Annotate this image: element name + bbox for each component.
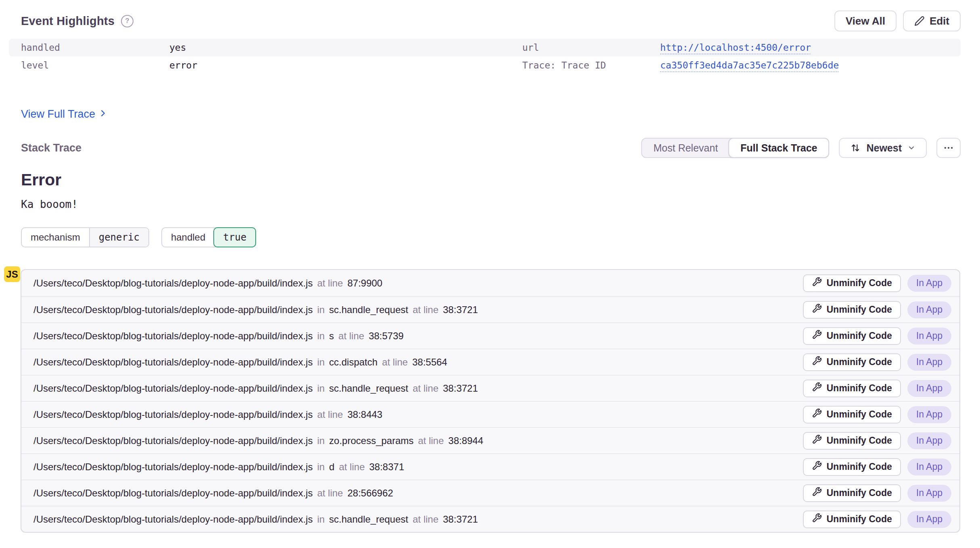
frame-at-line-label: at line <box>418 435 444 446</box>
frame-line-number: 38:8371 <box>369 461 404 473</box>
in-app-badge: In App <box>907 432 951 449</box>
frame-file-path: /Users/teco/Desktop/blog-tutorials/deplo… <box>33 330 313 342</box>
tag-key: mechanism <box>22 228 89 247</box>
tab-full-stack-trace[interactable]: Full Stack Trace <box>728 138 829 158</box>
unminify-code-button[interactable]: Unminify Code <box>803 511 901 528</box>
sort-arrows-icon <box>850 143 861 153</box>
wrench-icon <box>812 408 822 421</box>
event-highlights-grid: handled yes url http://localhost:4500/er… <box>9 39 961 74</box>
frame-in-label: in <box>317 383 325 394</box>
frame-file-path: /Users/teco/Desktop/blog-tutorials/deplo… <box>33 304 313 316</box>
frame-function-name: sc.handle_request <box>329 514 408 525</box>
unminify-code-button[interactable]: Unminify Code <box>803 274 901 292</box>
frame-at-line-label: at line <box>339 461 365 473</box>
stack-frame-row[interactable]: /Users/teco/Desktop/blog-tutorials/deplo… <box>21 506 959 532</box>
unminify-code-button[interactable]: Unminify Code <box>803 432 901 450</box>
frame-in-label: in <box>317 357 325 368</box>
wrench-icon <box>812 277 822 289</box>
frame-line-number: 38:5739 <box>369 330 404 342</box>
stack-frame-row[interactable]: /Users/teco/Desktop/blog-tutorials/deplo… <box>21 480 959 506</box>
stack-frame-row[interactable]: /Users/teco/Desktop/blog-tutorials/deplo… <box>21 401 959 427</box>
frame-in-label: in <box>317 514 325 525</box>
in-app-badge: In App <box>907 511 951 528</box>
stack-trace-header: Stack Trace Most Relevant Full Stack Tra… <box>21 137 961 158</box>
frame-in-label: in <box>317 330 325 342</box>
wrench-icon <box>812 461 822 473</box>
unminify-code-button[interactable]: Unminify Code <box>803 406 901 423</box>
wrench-icon <box>812 303 822 316</box>
stack-frame-row[interactable]: /Users/teco/Desktop/blog-tutorials/deplo… <box>21 270 959 296</box>
stack-frame-row[interactable]: /Users/teco/Desktop/blog-tutorials/deplo… <box>21 349 959 375</box>
frame-file-path: /Users/teco/Desktop/blog-tutorials/deplo… <box>33 461 313 473</box>
frame-file-path: /Users/teco/Desktop/blog-tutorials/deplo… <box>33 357 313 368</box>
stack-frame-row[interactable]: /Users/teco/Desktop/blog-tutorials/deplo… <box>21 427 959 453</box>
wrench-icon <box>812 487 822 499</box>
unminify-label: Unminify Code <box>826 304 892 315</box>
tab-most-relevant[interactable]: Most Relevant <box>642 139 729 157</box>
tag-key: handled <box>162 228 214 247</box>
unminify-code-button[interactable]: Unminify Code <box>803 380 901 397</box>
error-type: Error <box>21 170 980 189</box>
stack-frame-row[interactable]: /Users/teco/Desktop/blog-tutorials/deplo… <box>21 453 959 480</box>
url-link[interactable]: http://localhost:4500/error <box>660 42 811 53</box>
frame-file-path: /Users/teco/Desktop/blog-tutorials/deplo… <box>33 409 313 420</box>
section-title-stack-trace: Stack Trace <box>21 142 81 154</box>
sort-button[interactable]: Newest <box>839 138 927 158</box>
wrench-icon <box>812 513 822 525</box>
in-app-badge: In App <box>907 459 951 475</box>
help-icon[interactable]: ? <box>121 15 133 27</box>
wrench-icon <box>812 356 822 368</box>
wrench-icon <box>812 382 822 394</box>
frame-at-line-label: at line <box>413 383 438 394</box>
edit-button[interactable]: Edit <box>903 10 961 31</box>
frame-line-number: 38:3721 <box>443 304 478 316</box>
ellipsis-icon <box>943 142 954 154</box>
unminify-label: Unminify Code <box>826 514 892 525</box>
unminify-code-button[interactable]: Unminify Code <box>803 458 901 476</box>
in-app-badge: In App <box>907 354 951 371</box>
stack-frame-row[interactable]: /Users/teco/Desktop/blog-tutorials/deplo… <box>21 322 959 349</box>
frame-in-label: in <box>317 461 325 473</box>
in-app-badge: In App <box>907 485 951 502</box>
stack-frame-row[interactable]: /Users/teco/Desktop/blog-tutorials/deplo… <box>21 375 959 401</box>
unminify-code-button[interactable]: Unminify Code <box>803 327 901 345</box>
tag-mechanism[interactable]: mechanism generic <box>21 227 149 247</box>
highlight-key-url: url <box>510 42 660 53</box>
platform-javascript-badge: JS <box>4 266 20 282</box>
unminify-code-button[interactable]: Unminify Code <box>803 484 901 502</box>
frame-at-line-label: at line <box>317 409 343 420</box>
sort-label: Newest <box>866 142 902 154</box>
stack-frames-list: /Users/teco/Desktop/blog-tutorials/deplo… <box>21 269 960 533</box>
in-app-badge: In App <box>907 406 951 423</box>
frame-file-path: /Users/teco/Desktop/blog-tutorials/deplo… <box>33 383 313 394</box>
unminify-label: Unminify Code <box>826 461 892 472</box>
frame-at-line-label: at line <box>413 514 438 525</box>
view-full-trace-link[interactable]: View Full Trace <box>21 108 107 120</box>
unminify-code-button[interactable]: Unminify Code <box>803 301 901 319</box>
chevron-down-icon <box>907 144 915 152</box>
trace-id-link[interactable]: ca350ff3ed4da7ac35e7c225b78eb6de <box>660 60 839 71</box>
stack-frame-row[interactable]: /Users/teco/Desktop/blog-tutorials/deplo… <box>21 296 959 322</box>
frame-function-name: sc.handle_request <box>329 383 408 394</box>
frame-at-line-label: at line <box>338 330 364 342</box>
unminify-label: Unminify Code <box>826 409 892 420</box>
tag-handled[interactable]: handled true <box>161 227 256 247</box>
frame-line-number: 38:8944 <box>448 435 484 446</box>
unminify-label: Unminify Code <box>826 278 892 289</box>
unminify-code-button[interactable]: Unminify Code <box>803 353 901 371</box>
tag-value: generic <box>89 228 148 247</box>
frame-function-name: cc.dispatch <box>329 357 377 368</box>
more-options-button[interactable] <box>936 138 961 158</box>
highlight-key-trace-id: Trace: Trace ID <box>510 60 660 71</box>
edit-label: Edit <box>930 15 949 27</box>
frame-line-number: 28:566962 <box>347 488 393 499</box>
view-all-button[interactable]: View All <box>834 10 897 31</box>
frame-in-label: in <box>317 304 325 316</box>
view-full-trace-label: View Full Trace <box>21 108 95 120</box>
wrench-icon <box>812 330 822 342</box>
unminify-label: Unminify Code <box>826 383 892 394</box>
frame-function-name: d <box>329 461 334 473</box>
frame-line-number: 38:8443 <box>347 409 382 420</box>
highlight-row: handled yes url http://localhost:4500/er… <box>9 39 961 56</box>
frame-at-line-label: at line <box>382 357 408 368</box>
